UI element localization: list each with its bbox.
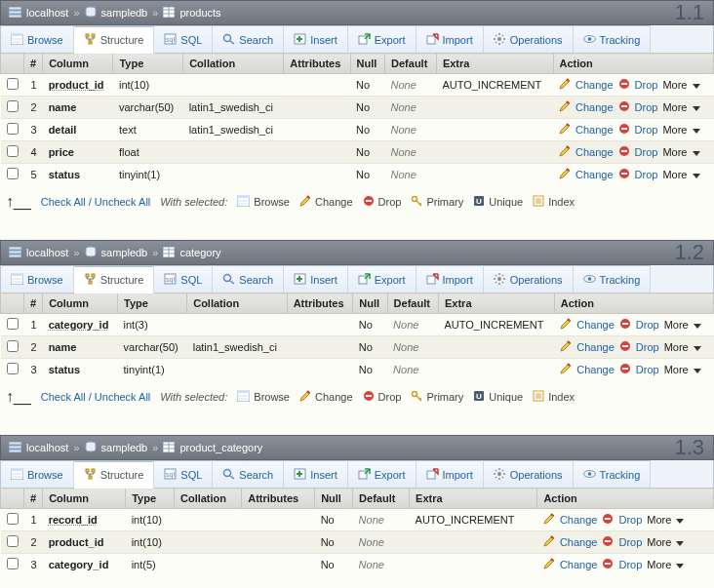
- th-column[interactable]: Column: [43, 294, 118, 314]
- change-link[interactable]: Change: [575, 79, 614, 91]
- tab-export[interactable]: Export: [348, 265, 416, 293]
- more-link[interactable]: More: [662, 101, 699, 113]
- bulk-browse[interactable]: Browse: [237, 390, 290, 404]
- tab-import[interactable]: Import: [416, 460, 484, 488]
- th-extra[interactable]: Extra: [439, 294, 555, 314]
- more-link[interactable]: More: [664, 364, 701, 375]
- bulk-index[interactable]: Index: [533, 390, 575, 404]
- more-link[interactable]: More: [664, 341, 701, 353]
- change-link[interactable]: Change: [575, 124, 614, 136]
- th-collation[interactable]: Collation: [187, 294, 287, 314]
- drop-link[interactable]: Drop: [635, 101, 658, 113]
- crumb-product_category[interactable]: product_category: [179, 442, 262, 453]
- th-default[interactable]: Default: [387, 294, 438, 314]
- more-link[interactable]: More: [662, 169, 699, 180]
- row-checkbox[interactable]: [7, 363, 19, 374]
- tab-browse[interactable]: Browse: [1, 460, 74, 488]
- th-collation[interactable]: Collation: [174, 489, 241, 509]
- change-link[interactable]: Change: [576, 364, 615, 375]
- crumb-localhost[interactable]: localhost: [26, 442, 68, 453]
- tab-structure[interactable]: Structure: [74, 460, 155, 489]
- th-type[interactable]: Type: [126, 489, 175, 509]
- th-extra[interactable]: Extra: [410, 489, 537, 509]
- change-link[interactable]: Change: [576, 341, 615, 353]
- tab-browse[interactable]: Browse: [1, 25, 74, 53]
- drop-link[interactable]: Drop: [618, 514, 642, 526]
- tab-tracking[interactable]: Tracking: [574, 25, 652, 53]
- tab-import[interactable]: Import: [416, 265, 484, 293]
- drop-link[interactable]: Drop: [635, 124, 658, 136]
- th-null[interactable]: Null: [353, 294, 387, 314]
- th-type[interactable]: Type: [113, 54, 183, 74]
- change-link[interactable]: Change: [560, 514, 598, 526]
- th-column[interactable]: Column: [43, 54, 113, 74]
- bulk-primary[interactable]: Primary: [411, 195, 463, 209]
- th-type[interactable]: Type: [118, 294, 187, 314]
- th-attributes[interactable]: Attributes: [284, 54, 350, 74]
- change-link[interactable]: Change: [575, 101, 614, 113]
- row-checkbox[interactable]: [7, 535, 19, 547]
- tab-search[interactable]: Search: [213, 460, 284, 488]
- row-checkbox[interactable]: [7, 100, 19, 112]
- more-link[interactable]: More: [662, 124, 699, 136]
- bulk-unique[interactable]: U Unique: [473, 195, 523, 209]
- tab-operations[interactable]: Operations: [484, 25, 574, 53]
- tab-browse[interactable]: Browse: [1, 265, 74, 293]
- tab-insert[interactable]: Insert: [284, 460, 348, 488]
- drop-link[interactable]: Drop: [636, 319, 659, 331]
- th-null[interactable]: Null: [350, 54, 384, 74]
- th-attributes[interactable]: Attributes: [242, 489, 315, 509]
- change-link[interactable]: Change: [576, 319, 615, 331]
- drop-link[interactable]: Drop: [618, 559, 642, 570]
- change-link[interactable]: Change: [560, 536, 598, 548]
- tab-import[interactable]: Import: [416, 25, 484, 53]
- row-checkbox[interactable]: [7, 513, 19, 525]
- tab-search[interactable]: Search: [213, 25, 284, 53]
- tab-structure[interactable]: Structure: [74, 25, 155, 54]
- th-attributes[interactable]: Attributes: [287, 294, 353, 314]
- row-checkbox[interactable]: [7, 318, 19, 330]
- drop-link[interactable]: Drop: [635, 79, 658, 91]
- check-all-link[interactable]: Check All / Uncheck All: [41, 196, 151, 208]
- change-link[interactable]: Change: [560, 559, 598, 570]
- bulk-primary[interactable]: Primary: [411, 390, 463, 404]
- crumb-sampledb[interactable]: sampledb: [101, 247, 148, 258]
- drop-link[interactable]: Drop: [635, 169, 658, 180]
- th-default[interactable]: Default: [385, 54, 437, 74]
- tab-insert[interactable]: Insert: [284, 25, 348, 53]
- bulk-browse[interactable]: Browse: [237, 195, 290, 209]
- more-link[interactable]: More: [662, 79, 699, 91]
- th-collation[interactable]: Collation: [183, 54, 284, 74]
- crumb-localhost[interactable]: localhost: [26, 7, 68, 19]
- tab-sql[interactable]: sqlSQL: [154, 265, 213, 293]
- more-link[interactable]: More: [664, 319, 701, 331]
- more-link[interactable]: More: [647, 514, 684, 526]
- tab-export[interactable]: Export: [348, 25, 416, 53]
- tab-sql[interactable]: sqlSQL: [154, 460, 213, 488]
- tab-export[interactable]: Export: [348, 460, 416, 488]
- th-null[interactable]: Null: [315, 489, 353, 509]
- crumb-category[interactable]: category: [179, 247, 220, 258]
- tab-tracking[interactable]: Tracking: [574, 460, 652, 488]
- change-link[interactable]: Change: [575, 146, 614, 158]
- row-checkbox[interactable]: [7, 78, 19, 90]
- tab-operations[interactable]: Operations: [484, 460, 574, 488]
- tab-structure[interactable]: Structure: [74, 265, 155, 294]
- bulk-drop[interactable]: Drop: [363, 195, 402, 209]
- row-checkbox[interactable]: [7, 340, 19, 352]
- more-link[interactable]: More: [662, 146, 699, 158]
- bulk-index[interactable]: Index: [533, 195, 575, 209]
- drop-link[interactable]: Drop: [635, 146, 658, 158]
- tab-operations[interactable]: Operations: [484, 265, 574, 293]
- crumb-products[interactable]: products: [179, 7, 220, 19]
- bulk-unique[interactable]: U Unique: [473, 390, 523, 404]
- row-checkbox[interactable]: [7, 558, 19, 569]
- tab-search[interactable]: Search: [213, 265, 284, 293]
- bulk-change[interactable]: Change: [299, 390, 353, 404]
- crumb-sampledb[interactable]: sampledb: [101, 442, 148, 453]
- crumb-localhost[interactable]: localhost: [26, 247, 68, 258]
- more-link[interactable]: More: [647, 559, 684, 570]
- th-default[interactable]: Default: [353, 489, 410, 509]
- tab-tracking[interactable]: Tracking: [574, 265, 652, 293]
- bulk-change[interactable]: Change: [299, 195, 353, 209]
